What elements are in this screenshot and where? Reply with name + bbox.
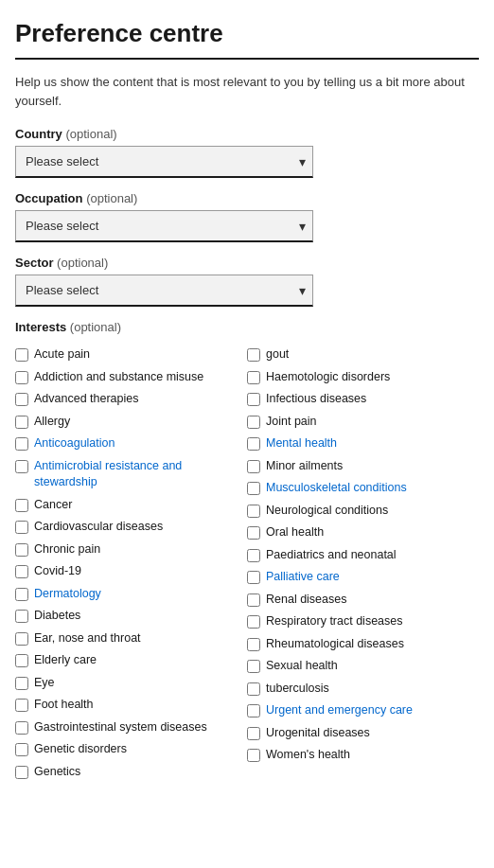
checkbox-genetic-disorders[interactable] bbox=[15, 743, 28, 756]
occupation-select[interactable]: Please select bbox=[15, 210, 313, 242]
checkbox-anticoagulation[interactable] bbox=[15, 437, 28, 451]
checkbox-womens-health[interactable] bbox=[247, 749, 260, 762]
checkbox-label-palliative-care[interactable]: Palliative care bbox=[266, 569, 340, 586]
checkbox-label-joint-pain[interactable]: Joint pain bbox=[266, 414, 317, 431]
list-item: Paediatrics and neonatal bbox=[247, 544, 479, 567]
list-item: tuberculosis bbox=[247, 678, 479, 700]
checkbox-label-covid-19[interactable]: Covid-19 bbox=[34, 563, 81, 580]
checkbox-label-ear-nose-throat[interactable]: Ear, nose and throat bbox=[34, 630, 141, 647]
checkbox-label-sexual-health[interactable]: Sexual health bbox=[266, 658, 338, 675]
checkbox-tuberculosis[interactable] bbox=[247, 682, 260, 696]
checkbox-label-gout[interactable]: gout bbox=[266, 346, 289, 363]
checkbox-cancer[interactable] bbox=[15, 499, 28, 512]
checkbox-genetics[interactable] bbox=[15, 766, 28, 779]
checkbox-antimicrobial[interactable] bbox=[15, 460, 28, 473]
list-item: Anticoagulation bbox=[15, 433, 247, 455]
checkbox-label-advanced-therapies[interactable]: Advanced therapies bbox=[34, 391, 139, 408]
list-item: Ear, nose and throat bbox=[15, 628, 247, 650]
checkbox-neurological[interactable] bbox=[247, 505, 260, 518]
checkbox-respiratory[interactable] bbox=[247, 615, 260, 629]
checkbox-mental-health[interactable] bbox=[247, 437, 260, 451]
checkbox-oral-health[interactable] bbox=[247, 526, 260, 540]
checkbox-label-womens-health[interactable]: Women's health bbox=[266, 747, 350, 764]
checkbox-label-paediatrics[interactable]: Paediatrics and neonatal bbox=[266, 547, 397, 564]
checkbox-urgent-emergency[interactable] bbox=[247, 704, 260, 717]
list-item: Women's health bbox=[247, 744, 479, 767]
checkbox-label-oral-health[interactable]: Oral health bbox=[266, 524, 324, 541]
checkbox-label-haemotologic[interactable]: Haemotologic disorders bbox=[266, 369, 390, 386]
checkbox-palliative-care[interactable] bbox=[247, 571, 260, 584]
checkbox-label-diabetes[interactable]: Diabetes bbox=[34, 608, 80, 625]
checkbox-label-cancer[interactable]: Cancer bbox=[34, 497, 72, 514]
checkbox-joint-pain[interactable] bbox=[247, 416, 260, 429]
checkbox-haemotologic[interactable] bbox=[247, 371, 260, 384]
checkbox-ear-nose-throat[interactable] bbox=[15, 632, 28, 646]
checkbox-label-renal-diseases[interactable]: Renal diseases bbox=[266, 592, 346, 609]
checkbox-label-anticoagulation[interactable]: Anticoagulation bbox=[34, 435, 115, 452]
checkbox-allergy[interactable] bbox=[15, 416, 28, 429]
checkbox-label-urogenital[interactable]: Urogenital diseases bbox=[266, 725, 370, 742]
checkbox-label-dermatology[interactable]: Dermatology bbox=[34, 586, 101, 603]
checkbox-covid-19[interactable] bbox=[15, 565, 28, 578]
checkbox-label-infectious-diseases[interactable]: Infectious diseases bbox=[266, 391, 366, 408]
checkbox-label-eye[interactable]: Eye bbox=[34, 675, 55, 692]
checkbox-foot-health[interactable] bbox=[15, 699, 28, 712]
list-item: Renal diseases bbox=[247, 589, 479, 611]
list-item: Foot health bbox=[15, 694, 247, 717]
checkbox-minor-ailments[interactable] bbox=[247, 460, 260, 473]
checkbox-label-genetics[interactable]: Genetics bbox=[34, 764, 80, 781]
checkbox-label-gastrointestinal[interactable]: Gastrointestinal system diseases bbox=[34, 719, 207, 736]
checkbox-label-rheumatological[interactable]: Rheumatological diseases bbox=[266, 636, 404, 653]
checkbox-gout[interactable] bbox=[247, 348, 260, 362]
checkbox-eye[interactable] bbox=[15, 677, 28, 690]
checkbox-label-mental-health[interactable]: Mental health bbox=[266, 435, 337, 452]
checkbox-label-foot-health[interactable]: Foot health bbox=[34, 697, 94, 714]
checkbox-advanced-therapies[interactable] bbox=[15, 393, 28, 406]
checkbox-addiction[interactable] bbox=[15, 371, 28, 384]
list-item: Urogenital diseases bbox=[247, 722, 479, 745]
checkbox-label-addiction[interactable]: Addiction and substance misuse bbox=[34, 369, 203, 386]
title-divider bbox=[15, 58, 479, 60]
checkbox-paediatrics[interactable] bbox=[247, 549, 260, 562]
checkbox-label-chronic-pain[interactable]: Chronic pain bbox=[34, 541, 100, 558]
checkbox-label-cardiovascular[interactable]: Cardiovascular diseases bbox=[34, 519, 163, 536]
list-item: Urgent and emergency care bbox=[247, 700, 479, 722]
checkbox-sexual-health[interactable] bbox=[247, 660, 260, 673]
list-item: Haemotologic disorders bbox=[247, 366, 479, 389]
checkbox-label-elderly-care[interactable]: Elderly care bbox=[34, 652, 97, 669]
checkbox-label-allergy[interactable]: Allergy bbox=[34, 414, 70, 431]
checkbox-chronic-pain[interactable] bbox=[15, 543, 28, 557]
list-item: Cancer bbox=[15, 494, 247, 517]
checkbox-rheumatological[interactable] bbox=[247, 638, 260, 651]
interests-col-right: goutHaemotologic disordersInfectious dis… bbox=[247, 344, 479, 783]
checkbox-urogenital[interactable] bbox=[247, 727, 260, 740]
country-select[interactable]: Please select bbox=[15, 146, 313, 178]
list-item: Diabetes bbox=[15, 605, 247, 628]
checkbox-label-respiratory[interactable]: Respiratory tract diseases bbox=[266, 613, 403, 630]
checkbox-label-antimicrobial[interactable]: Antimicrobial resistance and stewardship bbox=[34, 458, 247, 491]
checkbox-elderly-care[interactable] bbox=[15, 654, 28, 667]
checkbox-label-tuberculosis[interactable]: tuberculosis bbox=[266, 681, 329, 698]
checkbox-label-minor-ailments[interactable]: Minor ailments bbox=[266, 458, 343, 475]
checkbox-diabetes[interactable] bbox=[15, 610, 28, 623]
checkbox-label-neurological[interactable]: Neurological conditions bbox=[266, 503, 388, 520]
checkbox-label-genetic-disorders[interactable]: Genetic disorders bbox=[34, 741, 127, 758]
list-item: Palliative care bbox=[247, 566, 479, 589]
checkbox-musculoskeletal[interactable] bbox=[247, 482, 260, 495]
interests-col-left: Acute painAddiction and substance misuse… bbox=[15, 344, 247, 783]
checkbox-label-musculoskeletal[interactable]: Musculoskeletal conditions bbox=[266, 480, 407, 497]
sector-select[interactable]: Please select bbox=[15, 275, 313, 307]
interests-label: Interests (optional) bbox=[15, 320, 479, 334]
list-item: Infectious diseases bbox=[247, 388, 479, 411]
checkbox-renal-diseases[interactable] bbox=[247, 593, 260, 607]
checkbox-cardiovascular[interactable] bbox=[15, 521, 28, 534]
list-item: Sexual health bbox=[247, 655, 479, 678]
checkbox-gastrointestinal[interactable] bbox=[15, 721, 28, 735]
occupation-field: Occupation (optional) Please select bbox=[15, 191, 479, 242]
checkbox-label-urgent-emergency[interactable]: Urgent and emergency care bbox=[266, 702, 413, 719]
checkbox-dermatology[interactable] bbox=[15, 588, 28, 601]
checkbox-acute-pain[interactable] bbox=[15, 348, 28, 362]
checkbox-label-acute-pain[interactable]: Acute pain bbox=[34, 346, 90, 363]
checkbox-infectious-diseases[interactable] bbox=[247, 393, 260, 406]
page-description: Help us show the content that is most re… bbox=[15, 73, 479, 110]
